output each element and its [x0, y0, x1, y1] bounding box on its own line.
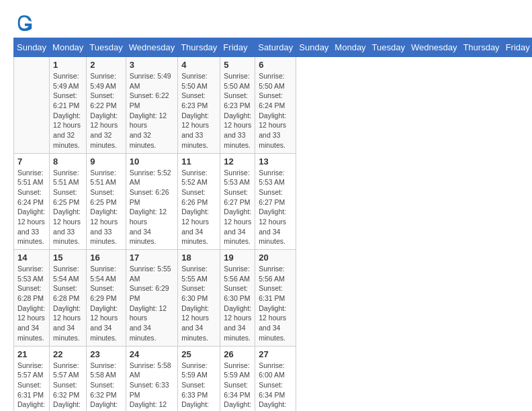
calendar-cell: 11Sunrise: 5:52 AM Sunset: 6:26 PM Dayli… — [178, 153, 220, 250]
day-of-week-header: Sunday — [14, 38, 50, 57]
calendar-cell: 5Sunrise: 5:50 AM Sunset: 6:23 PM Daylig… — [220, 57, 255, 154]
day-number: 17 — [130, 253, 174, 263]
day-of-week-header: Tuesday — [87, 38, 126, 57]
calendar-week-row: 21Sunrise: 5:57 AM Sunset: 6:31 PM Dayli… — [14, 346, 533, 411]
day-info: Sunrise: 5:50 AM Sunset: 6:24 PM Dayligh… — [259, 71, 292, 150]
day-info: Sunrise: 5:58 AM Sunset: 6:33 PM Dayligh… — [130, 361, 174, 412]
day-info: Sunrise: 5:59 AM Sunset: 6:34 PM Dayligh… — [224, 361, 251, 412]
day-number: 24 — [130, 349, 174, 359]
day-number: 1 — [53, 60, 83, 70]
day-info: Sunrise: 5:50 AM Sunset: 6:23 PM Dayligh… — [224, 71, 251, 150]
day-number: 12 — [224, 156, 251, 167]
calendar-cell — [14, 57, 50, 154]
day-info: Sunrise: 5:51 AM Sunset: 6:24 PM Dayligh… — [17, 168, 46, 247]
day-of-week-header: Tuesday — [369, 38, 408, 57]
day-number: 19 — [224, 253, 251, 263]
day-of-week-header: Monday — [332, 38, 369, 57]
calendar-cell: 1Sunrise: 5:49 AM Sunset: 6:21 PM Daylig… — [50, 57, 87, 154]
day-info: Sunrise: 5:54 AM Sunset: 6:29 PM Dayligh… — [90, 264, 122, 343]
day-info: Sunrise: 6:00 AM Sunset: 6:34 PM Dayligh… — [259, 361, 292, 412]
calendar-cell: 7Sunrise: 5:51 AM Sunset: 6:24 PM Daylig… — [14, 153, 50, 250]
day-info: Sunrise: 5:53 AM Sunset: 6:28 PM Dayligh… — [17, 264, 46, 343]
day-number: 2 — [90, 60, 122, 70]
calendar-cell: 2Sunrise: 5:49 AM Sunset: 6:22 PM Daylig… — [87, 57, 126, 154]
calendar-cell: 15Sunrise: 5:54 AM Sunset: 6:28 PM Dayli… — [50, 250, 87, 347]
day-info: Sunrise: 5:51 AM Sunset: 6:25 PM Dayligh… — [53, 168, 83, 247]
day-info: Sunrise: 5:51 AM Sunset: 6:25 PM Dayligh… — [90, 168, 122, 247]
calendar-cell: 17Sunrise: 5:55 AM Sunset: 6:29 PM Dayli… — [126, 250, 177, 347]
day-info: Sunrise: 5:49 AM Sunset: 6:22 PM Dayligh… — [130, 71, 174, 150]
day-info: Sunrise: 5:52 AM Sunset: 6:26 PM Dayligh… — [181, 168, 216, 247]
day-info: Sunrise: 5:55 AM Sunset: 6:30 PM Dayligh… — [181, 264, 216, 343]
day-info: Sunrise: 5:55 AM Sunset: 6:29 PM Dayligh… — [130, 264, 174, 343]
day-number: 13 — [259, 156, 292, 167]
day-number: 25 — [181, 349, 216, 359]
calendar-cell: 19Sunrise: 5:56 AM Sunset: 6:30 PM Dayli… — [220, 250, 255, 347]
day-of-week-header: Thursday — [460, 38, 502, 57]
calendar-cell: 21Sunrise: 5:57 AM Sunset: 6:31 PM Dayli… — [14, 346, 50, 411]
calendar-cell: 20Sunrise: 5:56 AM Sunset: 6:31 PM Dayli… — [255, 250, 296, 347]
calendar-table: SundayMondayTuesdayWednesdayThursdayFrid… — [13, 38, 532, 411]
calendar-cell: 12Sunrise: 5:53 AM Sunset: 6:27 PM Dayli… — [220, 153, 255, 250]
calendar-week-row: 1Sunrise: 5:49 AM Sunset: 6:21 PM Daylig… — [14, 57, 533, 154]
calendar-cell: 9Sunrise: 5:51 AM Sunset: 6:25 PM Daylig… — [87, 153, 126, 250]
calendar-cell: 22Sunrise: 5:57 AM Sunset: 6:32 PM Dayli… — [50, 346, 87, 411]
day-info: Sunrise: 5:57 AM Sunset: 6:31 PM Dayligh… — [17, 361, 46, 412]
day-of-week-header: Wednesday — [408, 38, 460, 57]
day-number: 7 — [17, 156, 46, 167]
day-number: 26 — [224, 349, 251, 359]
day-of-week-header: Saturday — [255, 38, 296, 57]
day-number: 3 — [130, 60, 174, 70]
day-info: Sunrise: 5:57 AM Sunset: 6:32 PM Dayligh… — [53, 361, 83, 412]
day-number: 14 — [17, 253, 46, 263]
day-number: 20 — [259, 253, 292, 263]
logo — [13, 13, 32, 27]
calendar-cell: 23Sunrise: 5:58 AM Sunset: 6:32 PM Dayli… — [87, 346, 126, 411]
calendar-week-row: 7Sunrise: 5:51 AM Sunset: 6:24 PM Daylig… — [14, 153, 533, 250]
day-of-week-header: Friday — [502, 38, 532, 57]
day-info: Sunrise: 5:56 AM Sunset: 6:31 PM Dayligh… — [259, 264, 292, 343]
header — [13, 13, 519, 27]
calendar-cell: 6Sunrise: 5:50 AM Sunset: 6:24 PM Daylig… — [255, 57, 296, 154]
day-number: 6 — [259, 60, 292, 70]
day-number: 10 — [130, 156, 174, 167]
calendar-cell: 16Sunrise: 5:54 AM Sunset: 6:29 PM Dayli… — [87, 250, 126, 347]
day-info: Sunrise: 5:49 AM Sunset: 6:21 PM Dayligh… — [53, 71, 83, 150]
day-of-week-header: Monday — [50, 38, 87, 57]
calendar-cell: 13Sunrise: 5:53 AM Sunset: 6:27 PM Dayli… — [255, 153, 296, 250]
day-info: Sunrise: 5:53 AM Sunset: 6:27 PM Dayligh… — [259, 168, 292, 247]
day-info: Sunrise: 5:52 AM Sunset: 6:26 PM Dayligh… — [130, 168, 174, 247]
calendar-cell: 14Sunrise: 5:53 AM Sunset: 6:28 PM Dayli… — [14, 250, 50, 347]
day-number: 21 — [17, 349, 46, 359]
day-of-week-header: Friday — [220, 38, 255, 57]
calendar-cell: 25Sunrise: 5:59 AM Sunset: 6:33 PM Dayli… — [178, 346, 220, 411]
day-info: Sunrise: 5:59 AM Sunset: 6:33 PM Dayligh… — [181, 361, 216, 412]
day-of-week-header: Wednesday — [126, 38, 177, 57]
day-info: Sunrise: 5:49 AM Sunset: 6:22 PM Dayligh… — [90, 71, 122, 150]
day-info: Sunrise: 5:50 AM Sunset: 6:23 PM Dayligh… — [181, 71, 216, 150]
calendar-week-row: 14Sunrise: 5:53 AM Sunset: 6:28 PM Dayli… — [14, 250, 533, 347]
day-number: 22 — [53, 349, 83, 359]
day-number: 11 — [181, 156, 216, 167]
day-number: 27 — [259, 349, 292, 359]
day-number: 5 — [224, 60, 251, 70]
day-of-week-header: Thursday — [178, 38, 220, 57]
logo-icon — [15, 13, 34, 32]
calendar-cell: 10Sunrise: 5:52 AM Sunset: 6:26 PM Dayli… — [126, 153, 177, 250]
day-number: 23 — [90, 349, 122, 359]
day-of-week-header: Sunday — [296, 38, 332, 57]
calendar-cell: 24Sunrise: 5:58 AM Sunset: 6:33 PM Dayli… — [126, 346, 177, 411]
calendar-cell: 3Sunrise: 5:49 AM Sunset: 6:22 PM Daylig… — [126, 57, 177, 154]
calendar-cell: 4Sunrise: 5:50 AM Sunset: 6:23 PM Daylig… — [178, 57, 220, 154]
calendar-cell: 8Sunrise: 5:51 AM Sunset: 6:25 PM Daylig… — [50, 153, 87, 250]
day-number: 9 — [90, 156, 122, 167]
calendar-header-row: SundayMondayTuesdayWednesdayThursdayFrid… — [14, 38, 533, 57]
day-info: Sunrise: 5:53 AM Sunset: 6:27 PM Dayligh… — [224, 168, 251, 247]
day-info: Sunrise: 5:54 AM Sunset: 6:28 PM Dayligh… — [53, 264, 83, 343]
day-number: 16 — [90, 253, 122, 263]
day-info: Sunrise: 5:56 AM Sunset: 6:30 PM Dayligh… — [224, 264, 251, 343]
day-number: 15 — [53, 253, 83, 263]
day-number: 8 — [53, 156, 83, 167]
calendar-cell: 27Sunrise: 6:00 AM Sunset: 6:34 PM Dayli… — [255, 346, 296, 411]
day-info: Sunrise: 5:58 AM Sunset: 6:32 PM Dayligh… — [90, 361, 122, 412]
